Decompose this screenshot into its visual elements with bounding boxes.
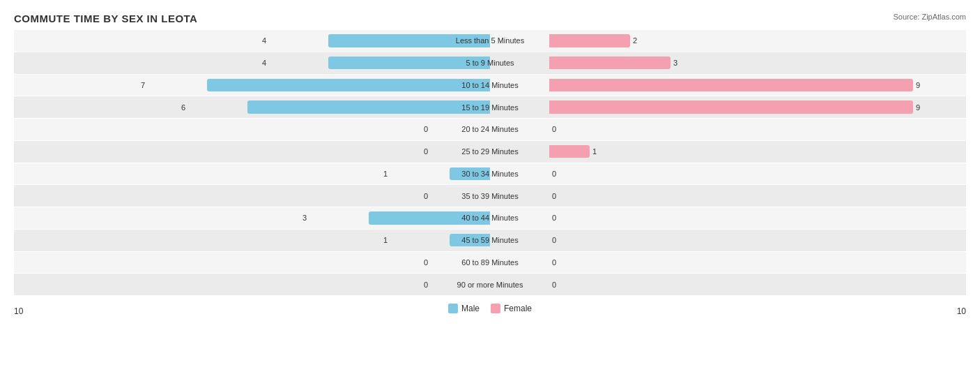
source-label: Source: ZipAtlas.com	[893, 13, 966, 21]
female-value: 0	[552, 192, 556, 200]
male-bar	[148, 79, 490, 91]
male-value: 0	[424, 192, 428, 200]
female-bar	[490, 79, 913, 91]
chart-title: COMMUTE TIME BY SEX IN LEOTA	[14, 13, 966, 24]
axis-left-value: 10	[14, 306, 23, 316]
table-row: 035 to 39 Minutes0	[14, 185, 966, 207]
male-value: 0	[424, 258, 428, 267]
female-value: 3	[673, 59, 677, 67]
table-row: 090 or more Minutes0	[14, 274, 966, 295]
female-bar	[490, 100, 913, 113]
axis-bottom: 10 Male Female 10	[14, 304, 966, 316]
male-value: 6	[181, 103, 185, 112]
male-value: 3	[303, 214, 307, 222]
male-bar	[269, 57, 490, 69]
male-bar	[188, 100, 490, 113]
female-bar-fill	[549, 100, 913, 113]
row-label: 20 to 24 Minutes	[461, 125, 518, 133]
legend: Male Female	[448, 304, 532, 313]
row-label: 45 to 59 Minutes	[461, 236, 518, 244]
male-label: Male	[461, 304, 480, 313]
female-value: 2	[633, 36, 637, 45]
row-label: 10 to 14 Minutes	[461, 81, 518, 89]
legend-male: Male	[448, 304, 480, 313]
row-label: 25 to 29 Minutes	[461, 147, 518, 156]
female-value: 9	[916, 103, 920, 112]
table-row: 020 to 24 Minutes0	[14, 119, 966, 140]
table-row: 025 to 29 Minutes1	[14, 141, 966, 163]
male-value: 0	[424, 147, 428, 156]
male-value: 0	[424, 281, 428, 289]
female-value: 0	[552, 236, 556, 244]
female-bar-fill	[549, 57, 671, 69]
table-row: 4Less than 5 Minutes2	[14, 30, 966, 52]
female-bar-fill	[549, 79, 913, 91]
row-label: 15 to 19 Minutes	[461, 103, 518, 112]
table-row: 145 to 59 Minutes0	[14, 230, 966, 251]
row-label: Less than 5 Minutes	[456, 36, 524, 45]
female-value: 0	[552, 170, 556, 178]
table-row: 340 to 44 Minutes0	[14, 207, 966, 229]
row-label: 30 to 34 Minutes	[461, 170, 518, 178]
male-swatch	[448, 304, 458, 313]
female-bar	[490, 57, 671, 69]
male-value: 4	[262, 59, 266, 67]
male-bar-fill	[247, 100, 490, 113]
male-value: 4	[262, 36, 266, 45]
female-swatch	[491, 304, 500, 313]
male-value: 1	[383, 236, 388, 244]
row-label: 90 or more Minutes	[457, 281, 523, 289]
male-value: 1	[383, 170, 388, 178]
male-value: 0	[424, 125, 428, 133]
row-label: 60 to 89 Minutes	[461, 258, 518, 267]
row-label: 40 to 44 Minutes	[461, 214, 518, 222]
female-value: 0	[552, 258, 556, 267]
female-bar-fill	[549, 145, 590, 158]
table-row: 710 to 14 Minutes9	[14, 75, 966, 96]
female-value: 0	[552, 214, 556, 222]
female-value: 1	[592, 147, 597, 156]
table-row: 45 to 9 Minutes3	[14, 52, 966, 74]
chart-container: COMMUTE TIME BY SEX IN LEOTA Source: Zip…	[0, 0, 980, 365]
female-value: 9	[916, 81, 920, 89]
rows-container: 4Less than 5 Minutes245 to 9 Minutes3710…	[14, 30, 966, 295]
female-value: 0	[552, 125, 556, 133]
female-value: 0	[552, 281, 556, 289]
axis-right-value: 10	[957, 306, 966, 316]
female-bar-fill	[549, 34, 630, 47]
table-row: 130 to 34 Minutes0	[14, 163, 966, 185]
male-bar-fill	[207, 79, 490, 91]
row-label: 5 to 9 Minutes	[466, 59, 514, 67]
female-label: Female	[504, 304, 532, 313]
row-label: 35 to 39 Minutes	[461, 192, 518, 200]
male-value: 7	[141, 81, 145, 89]
legend-female: Female	[491, 304, 532, 313]
chart-area: 4Less than 5 Minutes245 to 9 Minutes3710…	[14, 30, 966, 316]
table-row: 060 to 89 Minutes0	[14, 252, 966, 274]
table-row: 615 to 19 Minutes9	[14, 96, 966, 118]
